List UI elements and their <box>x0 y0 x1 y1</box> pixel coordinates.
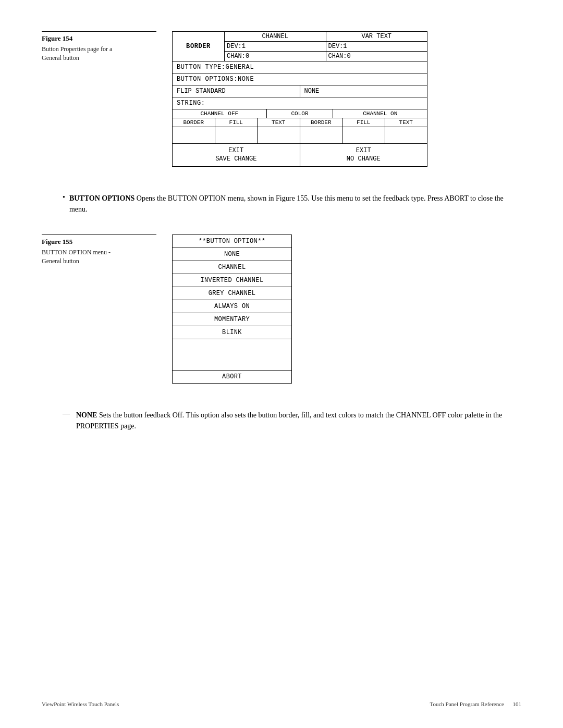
vartext-values: DEV:1 CHAN:0 <box>326 42 427 61</box>
flip-row: FLIP STANDARD NONE <box>173 85 427 97</box>
button-type-text: BUTTON TYPE:GENERAL <box>173 61 427 73</box>
header-vartext-col: VAR TEXT DEV:1 CHAN:0 <box>326 32 427 61</box>
chan-off-header: CHANNEL OFF <box>173 109 267 118</box>
menu-item-0[interactable]: **BUTTON OPTION** <box>173 235 291 248</box>
exit-save-line1: EXIT <box>228 147 243 154</box>
header-channel-col: CHANNEL DEV:1 CHAN:0 <box>225 32 326 61</box>
exit-nochange-line1: EXIT <box>356 147 371 154</box>
color-off-sub-headers: BORDER FILL TEXT <box>173 118 300 127</box>
flip-none-cell: NONE <box>300 85 427 97</box>
on-fill-box <box>342 127 385 143</box>
figure-154-section: Figure 154 Button Properties page for a … <box>42 31 521 167</box>
on-text-header: TEXT <box>385 118 427 127</box>
figure-154-title: Figure 154 <box>42 31 156 43</box>
button-type-row: BUTTON TYPE:GENERAL <box>173 61 427 73</box>
figure-155-caption-line1: BUTTON OPTION menu - <box>42 249 111 256</box>
menu-item-2[interactable]: CHANNEL <box>173 261 291 274</box>
color-boxes <box>173 127 427 144</box>
bullet-bold-0: BUTTON OPTIONS <box>69 194 134 202</box>
bullet-rest-0: Opens the BUTTON OPTION menu, shown in F… <box>69 194 504 213</box>
dash-word-0: NONE <box>76 411 97 419</box>
string-text: STRING: <box>173 97 427 109</box>
button-options-text: BUTTON OPTIONS:NONE <box>173 73 427 85</box>
vartext-chan: CHAN:0 <box>326 52 427 61</box>
channel-chan: CHAN:0 <box>225 52 326 61</box>
menu-spacer <box>173 339 291 371</box>
footer-page: 101 <box>513 701 522 707</box>
off-border-box <box>173 127 215 143</box>
footer-right-text: Touch Panel Program Reference <box>430 701 504 707</box>
vartext-label: VAR TEXT <box>326 32 427 42</box>
dash-symbol-0: — <box>63 410 70 418</box>
exit-nochange-line2: NO CHANGE <box>347 155 381 163</box>
menu-item-1[interactable]: NONE <box>173 248 291 261</box>
color-on-boxes <box>300 127 427 143</box>
figure-155-label-col: Figure 155 BUTTON OPTION menu - General … <box>42 235 156 266</box>
on-border-header: BORDER <box>300 118 343 127</box>
color-section: CHANNEL OFF COLOR CHANNEL ON BORDER FILL… <box>173 109 427 144</box>
panel-154: BORDER CHANNEL DEV:1 CHAN:0 VAR TEXT DEV… <box>172 31 427 167</box>
string-row: STRING: <box>173 97 427 109</box>
bullet-dot-0: • <box>63 193 65 202</box>
channel-values: DEV:1 CHAN:0 <box>225 42 326 61</box>
dash-section: — NONE Sets the button feedback Off. Thi… <box>42 410 521 436</box>
color-mid-header: COLOR <box>267 109 334 118</box>
off-fill-box <box>215 127 258 143</box>
panel-155: **BUTTON OPTION** NONE CHANNEL INVERTED … <box>172 235 292 384</box>
border-text: BORDER <box>186 43 211 50</box>
menu-item-6[interactable]: MOMENTARY <box>173 313 291 326</box>
figure-155-title: Figure 155 <box>42 235 156 246</box>
off-fill-header: FILL <box>215 118 258 127</box>
menu-item-3[interactable]: INVERTED CHANNEL <box>173 274 291 287</box>
color-off-boxes <box>173 127 300 143</box>
button-options-row: BUTTON OPTIONS:NONE <box>173 73 427 85</box>
exit-buttons-row: EXIT SAVE CHANGE EXIT NO CHANGE <box>173 144 427 166</box>
exit-save-button[interactable]: EXIT SAVE CHANGE <box>173 144 300 166</box>
off-text-header: TEXT <box>258 118 300 127</box>
channel-label: CHANNEL <box>225 32 326 42</box>
footer-right: Touch Panel Program Reference 101 <box>430 701 521 707</box>
on-fill-header: FILL <box>342 118 385 127</box>
menu-item-5[interactable]: ALWAYS ON <box>173 300 291 313</box>
figure-154-caption: Button Properties page for a General but… <box>42 45 156 63</box>
on-border-box <box>300 127 343 143</box>
color-on-sub-headers: BORDER FILL TEXT <box>300 118 427 127</box>
channel-dev: DEV:1 <box>225 42 326 52</box>
footer: ViewPoint Wireless Touch Panels Touch Pa… <box>42 701 521 707</box>
figure-154-caption-line2: General button <box>42 54 79 61</box>
figure-154-label-col: Figure 154 Button Properties page for a … <box>42 31 156 63</box>
abort-button[interactable]: ABORT <box>173 371 291 383</box>
exit-save-line2: SAVE CHANGE <box>215 155 256 163</box>
panel-154-header-row: BORDER CHANNEL DEV:1 CHAN:0 VAR TEXT DEV… <box>173 32 427 61</box>
figure-155-caption: BUTTON OPTION menu - General button <box>42 248 156 266</box>
dash-text-0: NONE Sets the button feedback Off. This … <box>76 410 521 431</box>
flip-standard-cell: FLIP STANDARD <box>173 85 300 97</box>
page: Figure 154 Button Properties page for a … <box>0 0 563 728</box>
bullet-text-0: BUTTON OPTIONS Opens the BUTTON OPTION m… <box>69 193 521 215</box>
menu-item-7[interactable]: BLINK <box>173 326 291 339</box>
figure-154-caption-line1: Button Properties page for a <box>42 45 112 53</box>
off-border-header: BORDER <box>173 118 215 127</box>
exit-nochange-button[interactable]: EXIT NO CHANGE <box>300 144 427 166</box>
off-text-box <box>258 127 300 143</box>
bullet-item-0: • BUTTON OPTIONS Opens the BUTTON OPTION… <box>63 193 521 215</box>
vartext-dev: DEV:1 <box>326 42 427 52</box>
header-border-label: BORDER <box>173 32 225 61</box>
dash-rest-0: Sets the button feedback Off. This optio… <box>76 411 502 430</box>
footer-left: ViewPoint Wireless Touch Panels <box>42 701 119 707</box>
dash-item-0: — NONE Sets the button feedback Off. Thi… <box>63 410 521 431</box>
menu-item-4[interactable]: GREY CHANNEL <box>173 287 291 300</box>
chan-on-header: CHANNEL ON <box>333 109 427 118</box>
on-text-box <box>385 127 427 143</box>
bullet-section: • BUTTON OPTIONS Opens the BUTTON OPTION… <box>42 193 521 219</box>
figure-155-caption-line2: General button <box>42 257 79 265</box>
color-combined-header: CHANNEL OFF COLOR CHANNEL ON <box>173 109 427 118</box>
figure-155-section: Figure 155 BUTTON OPTION menu - General … <box>42 235 521 384</box>
color-sub-headers-row: BORDER FILL TEXT BORDER FILL TEXT <box>173 118 427 127</box>
